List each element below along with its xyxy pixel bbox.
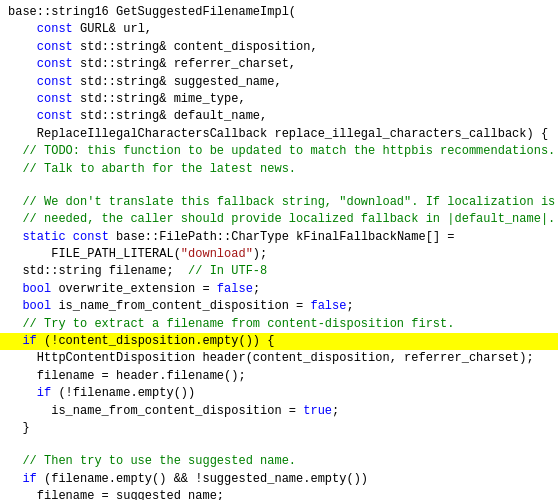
code-line — [0, 178, 558, 194]
code-line: const std::string& content_disposition, — [0, 39, 558, 56]
code-line: // We don't translate this fallback stri… — [0, 194, 558, 211]
code-line: if (!content_disposition.empty()) { — [0, 333, 558, 350]
code-line: // Talk to abarth for the latest news. — [0, 161, 558, 178]
code-editor: base::string16 GetSuggestedFilenameImpl(… — [0, 0, 558, 500]
code-line: const std::string& suggested_name, — [0, 74, 558, 91]
code-line: base::string16 GetSuggestedFilenameImpl( — [0, 4, 558, 21]
code-line: const GURL& url, — [0, 21, 558, 38]
code-line: const std::string& mime_type, — [0, 91, 558, 108]
code-line: static const base::FilePath::CharType kF… — [0, 229, 558, 246]
code-line: // Try to extract a filename from conten… — [0, 316, 558, 333]
code-line: bool overwrite_extension = false; — [0, 281, 558, 298]
code-line: const std::string& referrer_charset, — [0, 56, 558, 73]
code-line: HttpContentDisposition header(content_di… — [0, 350, 558, 367]
code-line: // Then try to use the suggested name. — [0, 453, 558, 470]
code-line: const std::string& default_name, — [0, 108, 558, 125]
code-line: bool is_name_from_content_disposition = … — [0, 298, 558, 315]
code-line: ReplaceIllegalCharactersCallback replace… — [0, 126, 558, 143]
code-line — [0, 437, 558, 453]
code-line: FILE_PATH_LITERAL("download"); — [0, 246, 558, 263]
code-line: } — [0, 420, 558, 437]
code-line: // needed, the caller should provide loc… — [0, 211, 558, 228]
code-line: // TODO: this function to be updated to … — [0, 143, 558, 160]
code-line: std::string filename; // In UTF-8 — [0, 263, 558, 280]
code-line: if (filename.empty() && !suggested_name.… — [0, 471, 558, 488]
code-line: filename = suggested_name; — [0, 488, 558, 500]
code-line: is_name_from_content_disposition = true; — [0, 403, 558, 420]
code-line: if (!filename.empty()) — [0, 385, 558, 402]
code-line: filename = header.filename(); — [0, 368, 558, 385]
